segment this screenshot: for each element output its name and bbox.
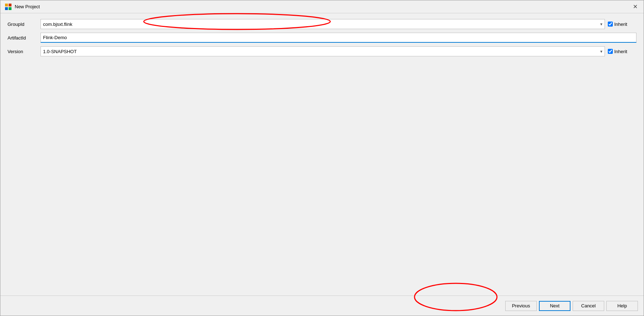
groupid-input-container: ▼ [41, 19, 605, 29]
groupid-inherit-wrapper: Inherit [608, 22, 636, 27]
content-spacer [8, 60, 636, 290]
version-input[interactable] [41, 47, 598, 56]
next-button[interactable]: Next [539, 301, 570, 311]
svg-rect-1 [9, 4, 11, 6]
help-button[interactable]: Help [606, 301, 638, 311]
new-project-dialog: New Project ✕ GroupId ▼ Inherit Artifact… [0, 0, 644, 316]
svg-rect-2 [5, 7, 8, 10]
groupid-dropdown-arrow[interactable]: ▼ [598, 22, 605, 26]
groupid-inherit-checkbox[interactable] [608, 22, 613, 27]
artifactid-input[interactable] [41, 33, 636, 43]
groupid-row: GroupId ▼ Inherit [8, 19, 636, 29]
groupid-input[interactable] [41, 19, 598, 29]
groupid-label: GroupId [8, 22, 36, 27]
title-bar: New Project ✕ [0, 0, 644, 13]
version-label: Version [8, 49, 36, 54]
window-title: New Project [15, 4, 40, 9]
artifactid-row: ArtifactId [8, 33, 636, 43]
artifactid-label: ArtifactId [8, 35, 36, 41]
bottom-bar: Previous Next Cancel Help [0, 296, 644, 316]
version-dropdown-arrow[interactable]: ▼ [598, 50, 605, 54]
version-input-container: ▼ [41, 46, 605, 56]
previous-button[interactable]: Previous [505, 301, 537, 311]
cancel-button[interactable]: Cancel [573, 301, 604, 311]
close-button[interactable]: ✕ [631, 3, 639, 11]
svg-rect-3 [9, 7, 11, 10]
svg-rect-0 [5, 4, 8, 6]
version-inherit-label: Inherit [614, 49, 627, 54]
groupid-input-wrapper: ▼ Inherit [41, 19, 636, 29]
content-area: GroupId ▼ Inherit ArtifactId Version [0, 13, 644, 296]
version-row: Version ▼ Inherit [8, 46, 636, 56]
app-icon [5, 3, 12, 10]
groupid-inherit-label: Inherit [614, 22, 627, 27]
version-input-wrapper: ▼ Inherit [41, 46, 636, 56]
artifactid-input-wrapper [41, 33, 636, 43]
title-bar-left: New Project [5, 3, 40, 10]
version-inherit-checkbox[interactable] [608, 49, 613, 54]
version-inherit-wrapper: Inherit [608, 49, 636, 54]
